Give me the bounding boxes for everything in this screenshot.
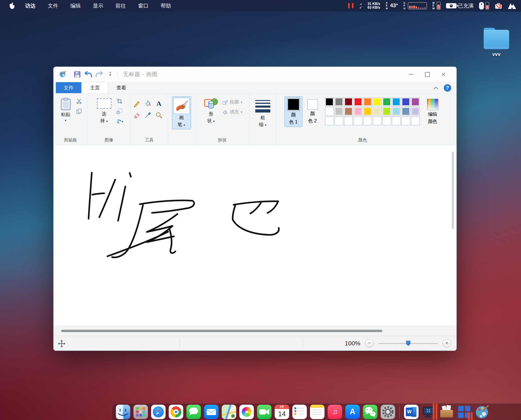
palette-swatch[interactable]	[401, 97, 410, 106]
palette-swatch[interactable]	[335, 97, 343, 106]
dock-item-messages[interactable]	[186, 405, 201, 419]
dock-item-wechat[interactable]	[363, 405, 377, 419]
redo-button[interactable]	[96, 71, 103, 78]
palette-swatch-empty[interactable]	[354, 117, 362, 125]
resize-button[interactable]	[116, 108, 123, 115]
dock-item-archive-utility[interactable]	[439, 405, 454, 419]
color2-button[interactable]: 颜 色 2	[305, 96, 320, 126]
palette-swatch[interactable]	[335, 107, 343, 116]
desktop-folder-vvv[interactable]: vvv	[479, 28, 514, 57]
dock-item-mail[interactable]	[204, 405, 219, 419]
dock-item-launchpad[interactable]	[133, 405, 148, 419]
tab-home[interactable]: 主页	[82, 82, 108, 93]
palette-swatch-empty[interactable]	[392, 117, 401, 125]
battery-status[interactable]: 已充满	[446, 2, 474, 9]
close-button[interactable]: ×	[439, 70, 448, 79]
palette-swatch-empty[interactable]	[382, 117, 391, 125]
sensor-temperature-indicator[interactable]: SEN 43°	[386, 2, 398, 10]
vertical-scrollbar[interactable]	[452, 152, 454, 229]
zoom-in-button[interactable]: +	[443, 339, 451, 348]
palette-swatch-empty[interactable]	[344, 117, 353, 125]
palette-swatch[interactable]	[363, 107, 372, 116]
menu-edit[interactable]: 编辑	[64, 0, 87, 12]
dock-item-maps[interactable]	[222, 405, 236, 419]
rotate-button[interactable]: ▾	[116, 118, 123, 125]
apple-menu-icon[interactable]	[9, 2, 15, 9]
select-button[interactable]: 选 择 ▾	[95, 96, 113, 126]
palette-swatch[interactable]	[411, 97, 420, 106]
horizontal-scrollbar[interactable]	[61, 330, 382, 332]
tab-file[interactable]: 文件	[56, 82, 81, 93]
outline-button[interactable]: 轮廓 ▾	[222, 99, 243, 106]
palette-swatch-empty[interactable]	[335, 117, 343, 125]
text-tool-button[interactable]: A	[154, 99, 164, 108]
color-picker-tool-button[interactable]	[143, 110, 153, 120]
palette-swatch[interactable]	[411, 107, 420, 116]
tab-view[interactable]: 查看	[109, 82, 134, 93]
palette-swatch[interactable]	[325, 97, 334, 106]
menu-go[interactable]: 前往	[109, 0, 132, 12]
dock-item-windows[interactable]	[457, 405, 472, 419]
palette-swatch[interactable]	[401, 107, 410, 116]
zoom-slider[interactable]	[378, 343, 438, 344]
color1-button[interactable]: 颜 色 1	[285, 96, 302, 127]
network-speed-indicator[interactable]: 31 KB/s 63 KB/s	[368, 2, 380, 10]
palette-swatch-empty[interactable]	[411, 117, 420, 125]
palette-swatch-empty[interactable]	[373, 117, 381, 125]
dock-item-word[interactable]: W	[404, 405, 419, 419]
zoom-out-button[interactable]: −	[365, 339, 374, 348]
dock-item-photos[interactable]	[239, 405, 254, 419]
shapes-button[interactable]: 形 状 ▾	[202, 96, 220, 126]
crop-button[interactable]	[116, 97, 123, 105]
resize-grip[interactable]	[452, 346, 455, 349]
toolbox-icon[interactable]	[495, 2, 502, 9]
palette-swatch[interactable]	[373, 97, 381, 106]
dock-item-system-preferences[interactable]	[381, 405, 395, 419]
menu-file[interactable]: 文件	[42, 0, 64, 12]
collapse-ribbon-button[interactable]	[433, 86, 439, 90]
pencil-tool-button[interactable]	[132, 99, 142, 108]
palette-swatch[interactable]	[354, 97, 362, 106]
palette-swatch[interactable]	[325, 107, 334, 116]
eraser-tool-button[interactable]	[132, 110, 142, 120]
palette-swatch-empty[interactable]	[325, 117, 334, 125]
paint-canvas[interactable]	[54, 145, 457, 326]
palette-swatch[interactable]	[344, 107, 353, 116]
fill-button[interactable]: 填充 ▾	[222, 108, 243, 116]
palette-swatch[interactable]	[363, 97, 372, 106]
brushes-button[interactable]: 画 笔 ▾	[172, 96, 191, 129]
memory-meter[interactable]: MEM	[432, 2, 441, 10]
title-bar[interactable]: ▾ 无标题 - 画图 ×	[54, 67, 456, 82]
dock-item-chrome[interactable]	[169, 405, 183, 419]
palette-swatch[interactable]	[392, 107, 401, 116]
mouse-battery-indicator[interactable]	[479, 2, 489, 10]
palette-swatch[interactable]	[354, 107, 362, 116]
customize-toolbar-caret[interactable]: ▾	[107, 71, 114, 78]
dock-item-safari[interactable]	[151, 405, 166, 419]
help-button[interactable]: ?	[444, 84, 451, 92]
menu-help[interactable]: 帮助	[155, 0, 177, 12]
palette-swatch[interactable]	[382, 107, 391, 116]
paste-button[interactable]: 粘贴 ▾	[58, 96, 73, 124]
menu-view[interactable]: 显示	[87, 0, 109, 12]
dock-item-notes[interactable]	[310, 405, 324, 419]
dock-item-facetime[interactable]	[257, 405, 271, 419]
dock-item-paint[interactable]	[475, 405, 489, 419]
cpu-meter[interactable]: CPU	[403, 2, 427, 10]
dock-item-music[interactable]: ♫	[328, 405, 342, 419]
palette-swatch-empty[interactable]	[363, 117, 372, 125]
fill-tool-button[interactable]	[143, 99, 153, 108]
maximize-button[interactable]	[423, 70, 432, 79]
cut-button[interactable]	[75, 97, 83, 105]
pause-indicator-icon[interactable]	[348, 3, 354, 8]
palette-swatch[interactable]	[373, 107, 381, 116]
palette-swatch-empty[interactable]	[401, 117, 410, 125]
palette-swatch[interactable]	[344, 97, 353, 106]
dock-item-reminders[interactable]	[292, 405, 307, 419]
minimize-button[interactable]	[407, 70, 415, 79]
size-button[interactable]: 粗 细 ▾	[253, 96, 272, 129]
menu-window[interactable]: 窗口	[132, 0, 155, 12]
network-arrows-icon[interactable]: ↗ ↙	[359, 3, 362, 9]
magnifier-tool-button[interactable]	[154, 110, 164, 120]
undo-button[interactable]	[85, 71, 92, 78]
